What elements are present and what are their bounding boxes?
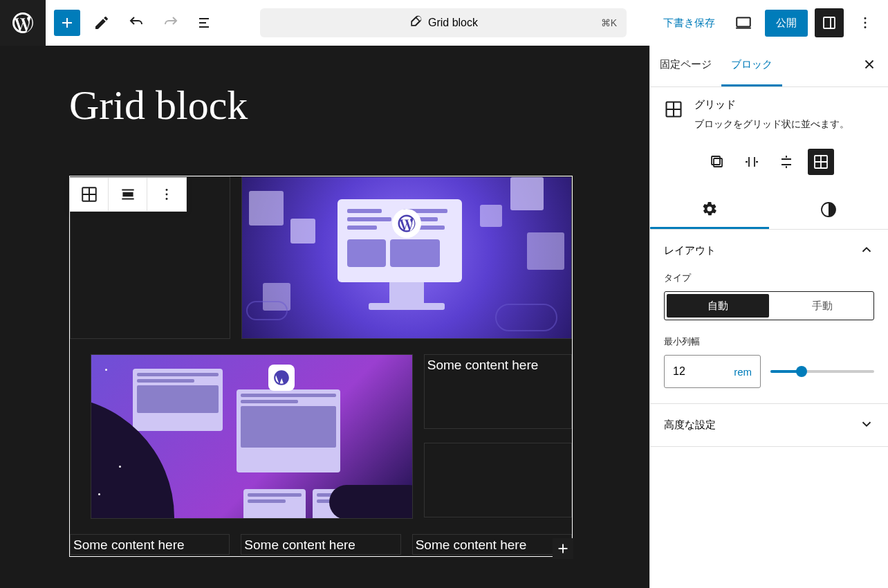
save-draft-button[interactable]: 下書き保存 (656, 11, 722, 35)
block-inserter-button[interactable] (54, 10, 80, 36)
svg-rect-12 (712, 156, 720, 165)
cell-content-text: Some content here (427, 358, 539, 372)
settings-sidebar: 固定ページ ブロック グリッド ブロックをグリッド状に並べます。 (649, 46, 888, 588)
publish-button[interactable]: 公開 (765, 10, 808, 37)
transform-grid-button[interactable] (808, 149, 834, 175)
grid-cell[interactable]: Some content here (241, 534, 400, 555)
block-transform-row (650, 136, 888, 190)
document-overview-button[interactable] (192, 10, 219, 36)
svg-rect-1 (824, 17, 835, 28)
editor-canvas[interactable]: Grid block Some content here (0, 46, 649, 588)
subtab-styles[interactable] (769, 190, 888, 229)
block-name-label: グリッド (694, 98, 849, 111)
grid-cell-image[interactable] (91, 354, 413, 519)
page-title-heading[interactable]: Grid block (69, 82, 580, 129)
layout-panel-title: レイアウト (664, 244, 716, 257)
inspector-subtabs (650, 190, 888, 230)
min-col-width-input[interactable] (673, 365, 701, 378)
undo-button[interactable] (123, 10, 149, 36)
svg-point-7 (166, 189, 168, 191)
block-info-header: グリッド ブロックをグリッド状に並べます。 (650, 87, 888, 136)
grid-cell-empty[interactable] (424, 443, 572, 517)
layout-panel: レイアウト タイプ 自動 手動 最小列幅 rem (650, 230, 888, 404)
block-description-text: ブロックをグリッド状に並べます。 (694, 118, 849, 131)
feather-icon (409, 15, 423, 31)
decorative-monitor-illustration (337, 199, 476, 310)
grid-cell-image[interactable] (241, 176, 572, 339)
grid-block-icon (663, 98, 685, 120)
svg-point-2 (864, 17, 867, 19)
grid-cell[interactable]: Some content here (70, 534, 230, 555)
min-col-width-label: 最小列幅 (664, 336, 874, 348)
cell-content-text: Some content here (244, 538, 355, 552)
advanced-panel-title: 高度な設定 (664, 419, 716, 432)
advanced-panel-toggle[interactable]: 高度な設定 (650, 404, 888, 446)
redo-button[interactable] (158, 10, 184, 36)
svg-point-8 (166, 194, 168, 196)
chevron-down-icon (859, 416, 874, 434)
grid-cell[interactable]: Some content here (424, 354, 572, 429)
block-toolbar (69, 177, 187, 212)
svg-point-4 (864, 26, 867, 28)
subtab-settings[interactable] (650, 190, 769, 229)
unit-selector[interactable]: rem (734, 366, 752, 378)
align-button[interactable] (109, 178, 147, 211)
type-manual-option[interactable]: 手動 (771, 292, 873, 320)
add-block-button[interactable] (553, 538, 573, 559)
transform-row-button[interactable] (739, 149, 765, 175)
chevron-up-icon (859, 242, 874, 259)
document-title-text: Grid block (428, 17, 478, 29)
preview-button[interactable] (729, 8, 758, 37)
min-col-width-slider[interactable] (770, 370, 874, 373)
sidebar-tabs: 固定ページ ブロック (650, 46, 888, 87)
wordpress-logo[interactable] (0, 0, 46, 46)
command-shortcut-label: ⌘K (601, 17, 617, 28)
svg-point-9 (166, 198, 168, 200)
block-more-options-button[interactable] (147, 178, 186, 211)
tab-block[interactable]: ブロック (721, 46, 782, 86)
transform-stack-button[interactable] (773, 149, 799, 175)
close-sidebar-button[interactable] (862, 57, 877, 75)
settings-sidebar-toggle[interactable] (815, 8, 844, 37)
block-type-button[interactable] (70, 178, 109, 211)
type-field-label: タイプ (664, 272, 874, 284)
svg-rect-0 (737, 17, 750, 26)
grid-type-toggle: 自動 手動 (664, 291, 874, 320)
transform-group-button[interactable] (704, 149, 730, 175)
type-auto-option[interactable]: 自動 (667, 294, 769, 318)
edit-tools-button[interactable] (89, 10, 115, 36)
editor-topbar: Grid block ⌘K 下書き保存 公開 (0, 0, 888, 46)
svg-point-3 (864, 22, 867, 24)
document-title-bar[interactable]: Grid block ⌘K (260, 8, 627, 37)
grid-cell[interactable]: Some content here (412, 534, 572, 555)
grid-block-selected[interactable]: Some content here (69, 176, 573, 557)
svg-rect-6 (123, 193, 132, 196)
svg-rect-11 (714, 158, 722, 167)
more-options-button[interactable] (851, 8, 880, 37)
cell-content-text: Some content here (416, 538, 527, 552)
min-col-width-input-wrap: rem (664, 355, 761, 388)
tab-page[interactable]: 固定ページ (650, 46, 721, 86)
layout-panel-toggle[interactable]: レイアウト (650, 230, 888, 272)
cell-content-text: Some content here (73, 538, 185, 552)
advanced-panel: 高度な設定 (650, 404, 888, 447)
